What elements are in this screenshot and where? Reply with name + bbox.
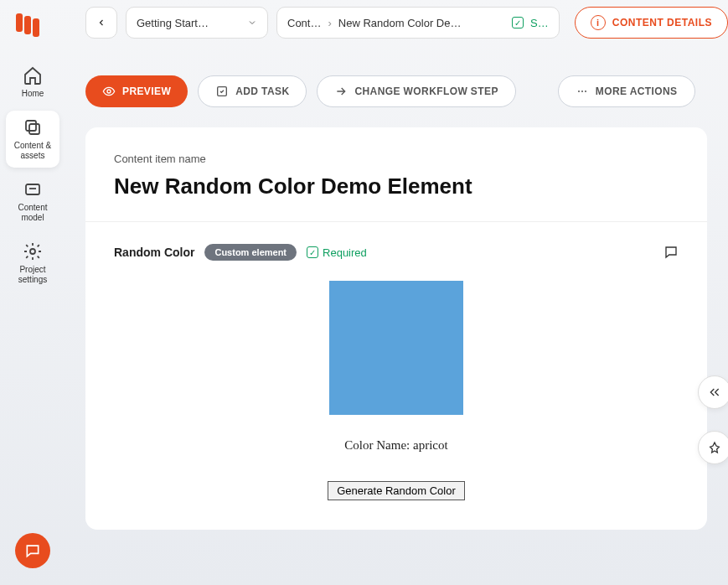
content-title[interactable]: New Random Color Demo Element: [114, 173, 679, 199]
chevron-right-icon: ›: [328, 17, 331, 29]
svg-rect-1: [29, 124, 39, 134]
side-panel-handle-1[interactable]: [698, 375, 728, 409]
breadcrumb-current: New Random Color De…: [338, 17, 505, 29]
arrow-right-icon: [334, 85, 348, 98]
project-selector[interactable]: Getting Start…: [126, 7, 268, 39]
pin-icon: [708, 441, 721, 454]
sidebar-item-label: Home: [22, 89, 44, 99]
generate-color-button[interactable]: Generate Random Color: [328, 481, 465, 500]
breadcrumb-parent: Cont…: [287, 17, 321, 29]
check-icon: ✓: [307, 246, 318, 258]
sidebar-item-home[interactable]: Home: [6, 59, 59, 106]
side-panel-handle-2[interactable]: [698, 431, 728, 464]
svg-point-9: [585, 91, 586, 92]
svg-point-7: [578, 91, 580, 92]
element-name: Random Color: [114, 246, 194, 259]
svg-point-8: [581, 91, 583, 92]
breadcrumb[interactable]: Cont… › New Random Color De… ✓ S…: [276, 7, 560, 39]
info-icon: i: [591, 15, 606, 30]
required-indicator: ✓ Required: [307, 246, 367, 259]
content-details-button[interactable]: i CONTENT DETAILS: [575, 7, 728, 39]
color-swatch: [329, 281, 463, 415]
chevron-left-icon: [96, 18, 106, 28]
chat-icon: [24, 542, 41, 559]
task-icon: [215, 85, 229, 98]
preview-button[interactable]: PREVIEW: [85, 75, 188, 107]
color-name-text: Color Name: apricot: [344, 438, 447, 453]
chevron-left-icon: [708, 386, 721, 399]
add-task-button[interactable]: ADD TASK: [198, 75, 307, 107]
more-actions-button[interactable]: MORE ACTIONS: [558, 75, 695, 107]
content-details-label: CONTENT DETAILS: [612, 17, 712, 28]
sidebar-item-content-model[interactable]: Content model: [6, 173, 59, 230]
change-workflow-button[interactable]: CHANGE WORKFLOW STEP: [317, 75, 515, 107]
content-assets-icon: [23, 117, 43, 137]
eye-icon: [102, 85, 116, 98]
status-check-icon: ✓: [512, 17, 524, 28]
svg-rect-2: [26, 184, 39, 194]
home-icon: [23, 65, 43, 85]
content-name-label: Content item name: [114, 153, 679, 165]
action-bar: PREVIEW ADD TASK CHANGE WORKFLOW STEP MO…: [85, 75, 728, 107]
svg-point-4: [30, 249, 35, 254]
main-area: Getting Start… Cont… › New Random Color …: [65, 0, 728, 585]
topbar: Getting Start… Cont… › New Random Color …: [85, 5, 728, 40]
app-logo: [16, 8, 49, 42]
svg-rect-0: [26, 121, 36, 131]
sidebar-item-label: Project settings: [9, 265, 56, 285]
divider: [85, 221, 707, 222]
chat-button[interactable]: [15, 533, 50, 568]
svg-point-5: [107, 90, 111, 93]
dots-icon: [576, 85, 589, 98]
chevron-down-icon: [247, 18, 257, 28]
comment-icon[interactable]: [663, 245, 679, 260]
element-header: Random Color Custom element ✓ Required: [114, 244, 679, 261]
content-model-icon: [23, 179, 43, 199]
sidebar-item-label: Content & assets: [9, 141, 56, 161]
project-name: Getting Start…: [137, 17, 240, 29]
sidebar: Home Content & assets Content model Proj…: [0, 0, 65, 585]
breadcrumb-status: S…: [530, 17, 549, 29]
custom-element-badge: Custom element: [204, 244, 297, 261]
sidebar-item-content-assets[interactable]: Content & assets: [6, 111, 59, 168]
back-button[interactable]: [85, 7, 117, 39]
custom-element-body: Color Name: apricot Generate Random Colo…: [114, 281, 679, 500]
sidebar-item-project-settings[interactable]: Project settings: [6, 235, 59, 292]
content-card: Content item name New Random Color Demo …: [85, 127, 707, 530]
sidebar-item-label: Content model: [9, 203, 56, 223]
gear-icon: [23, 241, 43, 261]
